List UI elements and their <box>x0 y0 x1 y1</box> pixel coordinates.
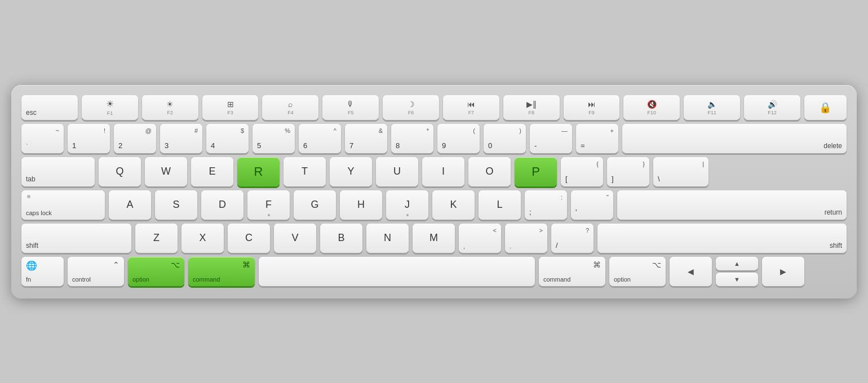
key-arrow-down[interactable]: ▼ <box>716 273 758 286</box>
arrow-down-icon: ▼ <box>734 276 740 283</box>
key-bracket-l[interactable]: { [ <box>561 157 603 186</box>
key-o[interactable]: O <box>468 157 511 186</box>
key-f7[interactable]: ⏮ F7 <box>443 95 499 120</box>
key-arrow-up[interactable]: ▲ <box>716 257 758 270</box>
key-command-right[interactable]: ⌘ command <box>539 257 605 286</box>
key-g[interactable]: G <box>294 190 336 220</box>
key-1[interactable]: ! 1 <box>68 124 110 153</box>
key-x[interactable]: X <box>181 224 224 253</box>
key-6[interactable]: ^ 6 <box>299 124 341 153</box>
qwerty-row: tab Q W E R T Y U I O P <box>21 157 847 186</box>
shift-right-label: shift <box>830 242 842 250</box>
key-w[interactable]: W <box>145 157 187 186</box>
key-9[interactable]: ( 9 <box>437 124 480 153</box>
key-tab[interactable]: tab <box>21 157 95 186</box>
key-semicolon[interactable]: : ; <box>525 190 567 220</box>
key-option-right[interactable]: ⌥ option <box>609 257 666 286</box>
key-equals[interactable]: + = <box>576 124 618 153</box>
bracket-l-top: { <box>596 161 599 167</box>
key-command-left[interactable]: ⌘ command <box>188 257 255 286</box>
key-option-left[interactable]: ⌥ option <box>128 257 184 286</box>
key-space[interactable] <box>259 257 535 286</box>
key-f2[interactable]: ☀ F2 <box>142 95 198 120</box>
capslock-label: caps lock <box>26 210 100 216</box>
key-backslash[interactable]: | \ <box>653 157 708 186</box>
f8-label: F8 <box>528 110 534 115</box>
key-fn[interactable]: 🌐 fn <box>21 257 64 286</box>
key-return[interactable]: return <box>617 190 847 220</box>
key-slash[interactable]: ? / <box>551 224 594 253</box>
f10-icon: 🔇 <box>647 100 657 109</box>
key-e[interactable]: E <box>191 157 233 186</box>
quote-bottom: ' <box>575 208 609 216</box>
key-bracket-r[interactable]: } ] <box>607 157 649 186</box>
key-b[interactable]: B <box>320 224 362 253</box>
key-u[interactable]: U <box>376 157 418 186</box>
key-v[interactable]: V <box>274 224 316 253</box>
2-top: @ <box>145 127 152 134</box>
key-d[interactable]: D <box>201 190 243 220</box>
key-j[interactable]: J <box>386 190 428 220</box>
key-shift-right[interactable]: shift <box>597 224 847 253</box>
key-f[interactable]: F <box>247 190 290 220</box>
f3-icon: ⊞ <box>227 100 234 109</box>
d-label: D <box>219 199 226 211</box>
key-m[interactable]: M <box>413 224 455 253</box>
key-f8[interactable]: ▶‖ F8 <box>503 95 560 120</box>
8-bottom: 8 <box>396 141 429 150</box>
tab-label: tab <box>26 175 90 183</box>
key-f1[interactable]: ☀ F1 <box>82 95 138 120</box>
key-k[interactable]: K <box>432 190 475 220</box>
key-f6[interactable]: ☽ F6 <box>383 95 439 120</box>
f9-icon: ⏭ <box>588 100 596 109</box>
key-control[interactable]: ⌃ control <box>68 257 124 286</box>
6-bottom: 6 <box>303 141 336 150</box>
j-dot <box>406 214 409 216</box>
key-8[interactable]: * 8 <box>391 124 433 153</box>
f4-label: F4 <box>287 110 294 115</box>
key-capslock[interactable]: caps lock <box>21 190 105 220</box>
key-i[interactable]: I <box>422 157 464 186</box>
key-minus[interactable]: — - <box>530 124 572 153</box>
key-s[interactable]: S <box>155 190 197 220</box>
key-n[interactable]: N <box>366 224 409 253</box>
key-c[interactable]: C <box>228 224 270 253</box>
key-z[interactable]: Z <box>135 224 178 253</box>
key-a[interactable]: A <box>109 190 151 220</box>
key-f10[interactable]: 🔇 F10 <box>623 95 680 120</box>
key-q[interactable]: Q <box>99 157 141 186</box>
key-comma[interactable]: < , <box>459 224 501 253</box>
key-f3[interactable]: ⊞ F3 <box>202 95 259 120</box>
key-delete[interactable]: delete <box>622 124 847 153</box>
key-h[interactable]: H <box>340 190 382 220</box>
3-bottom: 3 <box>165 141 198 150</box>
f-dot <box>268 214 270 216</box>
key-y[interactable]: Y <box>330 157 372 186</box>
key-l[interactable]: L <box>479 190 521 220</box>
key-lock[interactable]: 🔒 <box>804 95 847 120</box>
key-7[interactable]: & 7 <box>345 124 387 153</box>
key-4[interactable]: $ 4 <box>206 124 249 153</box>
control-icon: ⌃ <box>113 260 119 269</box>
key-r[interactable]: R <box>237 157 280 186</box>
key-2[interactable]: @ 2 <box>114 124 156 153</box>
tilde-top: ~ <box>56 127 59 134</box>
key-0[interactable]: ) 0 <box>484 124 526 153</box>
key-3[interactable]: # 3 <box>160 124 202 153</box>
key-tilde[interactable]: ~ ` <box>21 124 64 153</box>
key-shift-left[interactable]: shift <box>21 224 131 253</box>
key-f9[interactable]: ⏭ F9 <box>564 95 620 120</box>
key-f11[interactable]: 🔈 F11 <box>684 95 740 120</box>
key-p[interactable]: P <box>515 157 557 186</box>
key-esc[interactable]: esc <box>21 95 78 120</box>
key-5[interactable]: % 5 <box>253 124 295 153</box>
key-arrow-left[interactable]: ◀ <box>670 257 712 286</box>
key-t[interactable]: T <box>284 157 326 186</box>
key-f12[interactable]: 🔊 F12 <box>744 95 800 120</box>
key-f5[interactable]: 🎙 F5 <box>322 95 379 120</box>
key-period[interactable]: > . <box>505 224 547 253</box>
i-label: I <box>442 166 445 177</box>
key-f4[interactable]: ⌕ F4 <box>262 95 318 120</box>
key-quote[interactable]: " ' <box>571 190 613 220</box>
key-arrow-right[interactable]: ▶ <box>762 257 804 286</box>
